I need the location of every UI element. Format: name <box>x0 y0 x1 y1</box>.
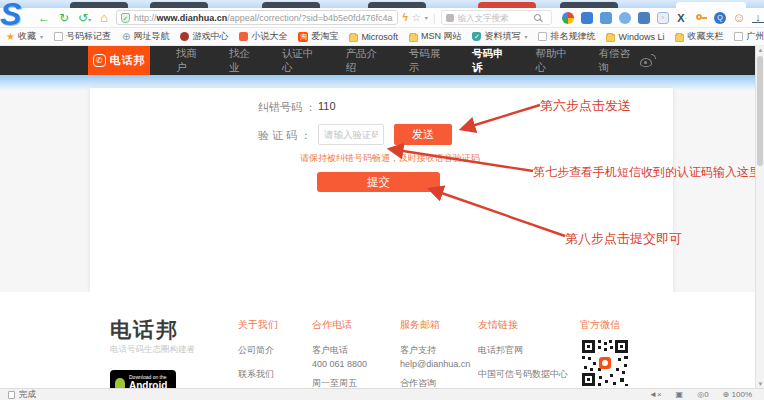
scrollbar[interactable]: ▲ ▼ <box>755 46 764 388</box>
extension-icon[interactable]: Q <box>714 12 726 24</box>
page-footer: 电话邦 电话号码生态圈构建者 Download on theAndroid 关于… <box>0 292 764 388</box>
page-icon <box>538 32 547 41</box>
browser-toolbar: ← ↻ ↺▾ ⌂ ✓ http://www.dianhua.cn/appeal/… <box>0 8 764 28</box>
android-robot-icon <box>115 378 125 389</box>
correction-number-value: 110 <box>318 100 336 112</box>
footer-link[interactable]: 电话邦官网 <box>478 344 568 357</box>
shield-icon: ✓ <box>472 32 481 41</box>
folder-icon <box>675 34 684 42</box>
annotation-step7: 第七步查看手机短信收到的认证码输入这里 <box>533 164 761 181</box>
correction-number-label: 纠错号码 ： <box>258 100 316 115</box>
search-engine-icon[interactable] <box>446 14 454 22</box>
bookmark-item[interactable]: Microsoft <box>349 32 398 42</box>
tab-strip <box>0 0 764 8</box>
folder-icon <box>409 34 418 42</box>
bookmark-item[interactable]: 游戏中心 <box>180 30 228 43</box>
extension-icon[interactable]: X· <box>676 12 688 24</box>
nav-item-products[interactable]: 产品介绍 <box>345 47 386 75</box>
footer-brand: 电话邦 <box>110 316 179 344</box>
nav-item-enterprise[interactable]: 找企业 <box>229 47 260 75</box>
status-text: 完成 <box>19 389 36 400</box>
footer-text: 客户电话 <box>312 344 367 357</box>
nav-item-merchant[interactable]: 找商户 <box>176 47 207 75</box>
correction-form-card: 纠错号码 ： 110 验 证 码 ： 发送 请保持被纠错号码畅通，及时接收语音验… <box>90 88 673 292</box>
back-icon[interactable]: ← <box>38 12 50 24</box>
folder-icon <box>606 34 615 42</box>
site-logo[interactable]: ✆ 电话邦 <box>88 46 150 75</box>
search-input[interactable] <box>458 13 534 23</box>
game-icon <box>180 32 189 41</box>
bookmark-item[interactable]: Windows Li <box>606 32 664 42</box>
refresh-icon[interactable]: ↻ <box>59 12 69 24</box>
bookmark-item[interactable]: 号码标记查 <box>54 30 111 43</box>
download-icon[interactable]: ↓ <box>752 12 764 23</box>
home-icon[interactable]: ⌂ <box>100 11 108 24</box>
bookmark-item[interactable]: ✓资料填写▾ <box>472 30 527 43</box>
phone-logo-icon: ✆ <box>93 54 106 67</box>
bookmark-item[interactable]: 淘爱淘宝 <box>298 30 338 43</box>
search-icon[interactable] <box>534 14 541 21</box>
browser-window: S ← ↻ ↺▾ ⌂ ✓ http://www.dianhua.cn/appea… <box>0 0 764 400</box>
annotation-step6: 第六步点击发送 <box>540 97 631 115</box>
extension-icon[interactable] <box>600 12 612 24</box>
bookmark-dropdown-icon[interactable]: ▾ <box>425 14 428 21</box>
nav-item-cert-center[interactable]: 认证中心 <box>282 47 323 75</box>
folder-icon <box>349 34 358 42</box>
status-bar: 完成 ◄× ▣ ◎0 ⊕ 100% <box>0 388 764 400</box>
extension-icon[interactable] <box>638 12 650 24</box>
bookmark-item[interactable]: 排名规律统 <box>538 30 595 43</box>
undo-icon[interactable]: ↺▾ <box>78 12 91 24</box>
sandbox-icon[interactable]: ▣ <box>676 390 684 399</box>
zoom-level[interactable]: ⊕ 100% <box>723 390 752 399</box>
extension-icon[interactable] <box>619 12 631 24</box>
globe-icon: ⊕ <box>122 32 130 41</box>
sogou-logo-icon[interactable]: S <box>0 0 32 30</box>
extension-icon[interactable]: ◦ <box>657 12 669 24</box>
password-key-icon[interactable] <box>695 12 707 24</box>
scroll-down-icon[interactable]: ▼ <box>757 381 764 387</box>
annotation-step8: 第八步点击提交即可 <box>565 230 682 248</box>
footer-link[interactable]: help@dianhua.cn <box>400 359 478 369</box>
nav-item-number-appeal[interactable]: 号码申诉 <box>472 47 513 75</box>
nav-item-help-center[interactable]: 帮助中心 <box>535 47 576 75</box>
weibo-icon[interactable] <box>640 55 656 67</box>
bookmark-item[interactable]: 小说大全 <box>239 30 287 43</box>
verification-code-label: 验 证 码 ： <box>258 128 311 143</box>
submit-button[interactable]: 提交 <box>317 172 440 192</box>
bookmark-item[interactable]: ⊕网址导航 <box>122 30 169 43</box>
nav-item-paid-consult[interactable]: 有偿咨询 <box>599 47 640 75</box>
address-bar[interactable]: ✓ http://www.dianhua.cn/appeal/correctio… <box>116 10 398 25</box>
status-doc-icon <box>8 391 15 399</box>
bookmark-item[interactable]: MSN 网站 <box>409 30 462 43</box>
scrollbar-thumb[interactable] <box>757 56 763 166</box>
footer-link[interactable]: 联系我们 <box>238 368 278 381</box>
ad-block-icon[interactable]: ◎0 <box>697 390 708 399</box>
scroll-up-icon[interactable]: ▲ <box>757 47 764 53</box>
extension-icon[interactable]: ☺ <box>733 12 745 24</box>
footer-link[interactable]: 中国可信号码数据中心 <box>478 368 568 381</box>
page-icon <box>54 32 63 41</box>
speed-mode-icon[interactable]: ϟ <box>402 12 407 23</box>
verification-code-input[interactable] <box>318 124 384 145</box>
mute-icon[interactable]: ◄× <box>649 390 662 399</box>
nav-item-number-display[interactable]: 号码展示 <box>409 47 450 75</box>
footer-col-links: 友情链接 电话邦官网 中国可信号码数据中心 <box>478 318 568 392</box>
footer-tagline: 电话号码生态圈构建者 <box>110 344 195 356</box>
security-shield-icon: ✓ <box>121 13 130 23</box>
wechat-qr-code <box>580 338 630 388</box>
footer-link[interactable]: 公司简介 <box>238 344 278 357</box>
bookmark-star-icon[interactable]: ☆ <box>412 12 421 23</box>
taobao-icon: 淘 <box>298 32 308 42</box>
extension-icon[interactable] <box>562 12 574 24</box>
extension-icon[interactable] <box>581 12 593 24</box>
bookmark-item[interactable]: 广州安基水 <box>734 30 764 43</box>
footer-text: 400 061 8800 <box>312 359 367 369</box>
novel-icon <box>239 32 248 41</box>
extensions-row: ◦ X· Q ☺ ↓ <box>562 12 764 24</box>
send-code-button[interactable]: 发送 <box>394 124 452 145</box>
bookmarks-bar: ★收藏▾ 号码标记查 ⊕网址导航 游戏中心 小说大全 淘爱淘宝 Microsof… <box>0 28 764 46</box>
url-text[interactable]: http://www.dianhua.cn/appeal/correction/… <box>134 13 393 23</box>
search-box[interactable] <box>441 10 552 25</box>
toolbar-divider: | <box>433 12 436 24</box>
bookmark-item[interactable]: 收藏夹栏 <box>675 30 723 43</box>
